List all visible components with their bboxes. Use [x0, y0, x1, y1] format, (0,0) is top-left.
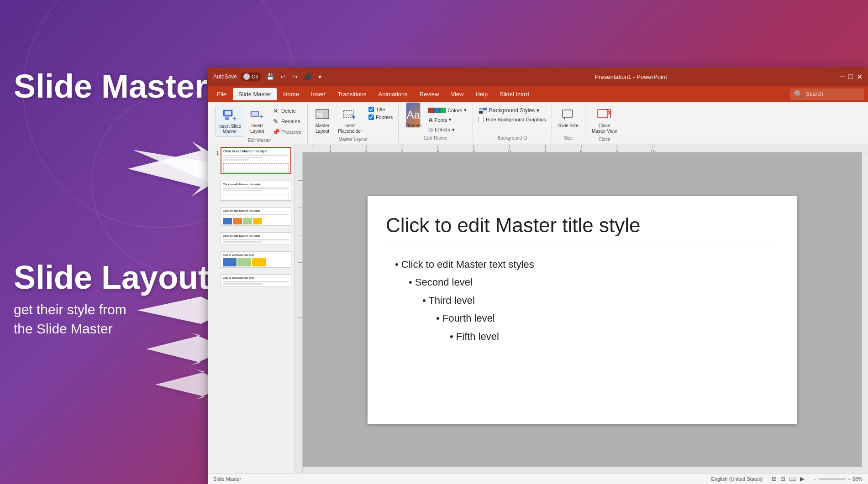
slide-title-area[interactable]: Click to edit Master title style — [386, 214, 779, 246]
thumb-box-5b — [237, 258, 251, 266]
svg-rect-6 — [252, 112, 258, 116]
background-expand-icon[interactable]: ⊡ — [523, 135, 527, 141]
slide-thumbnail-2[interactable]: Click to edit Master title style — [221, 181, 291, 201]
close-button[interactable]: ✕ — [857, 73, 863, 81]
edit-master-small-col: ✕ Delete ✎ Rename 📌 Preserve — [270, 106, 304, 137]
slide-size-label: Slide Size — [558, 123, 579, 129]
title-checkbox[interactable]: Title — [367, 106, 395, 113]
body-level-5: • Fifth level — [450, 328, 779, 346]
redo-button[interactable]: ↪ — [291, 72, 299, 81]
slide-thumbnail-4[interactable]: Click to edit Master title style — [221, 232, 291, 245]
zoom-level: 68% — [852, 476, 863, 482]
background-label: Background ⊡ — [498, 135, 527, 141]
thumb-line-6b — [223, 283, 263, 285]
scrollbar-horizontal[interactable] — [303, 467, 862, 473]
master-layout-label-bottom: Master Layout — [338, 136, 367, 142]
thumb-line-4a — [223, 239, 289, 240]
background-styles-button[interactable]: Background Styles ▾ — [477, 106, 547, 115]
slide-body[interactable]: • Click to edit Master text styles • Sec… — [386, 255, 779, 346]
menu-animations[interactable]: Animations — [373, 88, 413, 100]
slide-canvas-inner: Click to edit Master title style • Click… — [368, 196, 797, 424]
menu-slidelizard[interactable]: SlideLizard — [494, 88, 534, 100]
edit-theme-content: Aa Themes Colors ▾ — [402, 106, 469, 135]
reading-view-icon[interactable]: 📖 — [789, 475, 796, 482]
menu-view[interactable]: View — [445, 88, 469, 100]
search-input[interactable] — [806, 91, 861, 97]
master-layout-button[interactable]: MasterLayout — [311, 106, 333, 136]
delete-label: Delete — [281, 108, 296, 114]
effects-button[interactable]: ◎ Effects ▾ — [426, 125, 469, 134]
menu-insert[interactable]: Insert — [305, 88, 331, 100]
undo-button[interactable]: ↩ — [279, 72, 287, 81]
fonts-button[interactable]: A Fonts ▾ — [426, 115, 469, 125]
hide-bg-graphics-label: Hide Background Graphics — [486, 117, 546, 122]
preserve-icon: 📌 — [272, 128, 279, 135]
menu-home[interactable]: Home — [278, 88, 305, 100]
svg-rect-2 — [225, 111, 231, 115]
svg-rect-11 — [317, 114, 321, 118]
themes-button[interactable]: Aa Themes — [402, 106, 424, 130]
minimize-button[interactable]: ─ — [840, 73, 845, 81]
svg-text:5: 5 — [295, 291, 295, 293]
zoom-in-button[interactable]: + — [848, 476, 851, 482]
preserve-label: Preserve — [281, 129, 301, 135]
insert-slide-master-button[interactable]: + Insert SlideMaster — [215, 106, 244, 137]
slide-item-row-2: Click to edit Master title style — [210, 180, 292, 204]
svg-text:9: 9 — [616, 149, 619, 152]
thumb-box-3d — [253, 218, 262, 224]
slide-area: 1 Click to edit Master title style ─────… — [208, 144, 868, 473]
footers-checkbox[interactable]: Footers — [367, 114, 395, 121]
slide-panel[interactable]: 1 Click to edit Master title style ─────… — [208, 144, 295, 473]
slide-show-icon[interactable]: ▶ — [800, 475, 805, 482]
svg-rect-15 — [479, 108, 483, 110]
hide-bg-graphics-checkbox[interactable]: Hide Background Graphics — [477, 116, 547, 123]
close-group: ✕ CloseMaster View Close — [585, 104, 623, 143]
thumb-colored-3 — [221, 217, 291, 225]
themes-label: Themes — [405, 123, 421, 129]
present-button[interactable]: ⬛ — [303, 72, 313, 81]
rename-button[interactable]: ✎ Rename — [270, 116, 304, 126]
slide-thumbnail-5[interactable]: Click to edit Master title style — [221, 251, 291, 268]
svg-text:+: + — [259, 113, 263, 120]
menu-help[interactable]: Help — [470, 88, 493, 100]
color-swatch-red — [428, 108, 434, 113]
autosave-toggle[interactable]: Off — [241, 73, 261, 81]
zoom-bar — [819, 478, 846, 480]
menu-slide-master[interactable]: Slide Master — [233, 88, 277, 100]
title-bar-left: AutoSave Off 💾 ↩ ↪ ⬛ ▾ — [213, 72, 422, 81]
slide-item-row-5: Click to edit Master title style — [210, 250, 292, 271]
scrollbar-vertical[interactable] — [862, 152, 868, 473]
slide-thumbnail-3[interactable]: Click to edit Master title style — [221, 207, 291, 226]
delete-button[interactable]: ✕ Delete — [270, 106, 304, 116]
menu-file[interactable]: File — [211, 88, 232, 100]
maximize-button[interactable]: □ — [848, 73, 853, 81]
zoom-out-button[interactable]: − — [814, 476, 816, 482]
qat-dropdown[interactable]: ▾ — [317, 72, 323, 81]
insert-layout-button[interactable]: + InsertLayout — [246, 106, 268, 136]
normal-view-icon[interactable]: ⊞ — [772, 475, 777, 482]
svg-rect-17 — [479, 111, 483, 114]
colors-button[interactable]: Colors ▾ — [426, 106, 469, 114]
title-checkbox-label: Title — [376, 107, 385, 112]
thumb-line-1b — [223, 157, 263, 158]
close-master-view-button[interactable]: ✕ CloseMaster View — [589, 106, 620, 136]
status-slide-info: Slide Master — [213, 476, 241, 482]
insert-placeholder-button[interactable]: Click ▾ InsertPlaceholder — [335, 106, 365, 136]
slide-sorter-icon[interactable]: ⊟ — [780, 475, 785, 482]
background-styles-label: Background Styles — [489, 107, 535, 114]
slide-thumbnail-6[interactable]: Click to edit Master title style — [221, 274, 291, 287]
svg-text:8: 8 — [580, 149, 583, 152]
slide-size-button[interactable]: ▾ Slide Size — [556, 106, 581, 130]
background-group: Background Styles ▾ Hide Background Grap… — [473, 104, 552, 141]
save-button[interactable]: 💾 — [265, 72, 275, 81]
thumb-title-2: Click to edit Master title style — [221, 181, 291, 187]
menu-review[interactable]: Review — [414, 88, 445, 100]
slide-thumbnail-1[interactable]: Click to edit Master title style ───────… — [221, 147, 291, 174]
menu-transitions[interactable]: Transitions — [332, 88, 372, 100]
colors-icon — [428, 108, 446, 113]
menu-bar: File Slide Master Home Insert Transition… — [208, 86, 868, 102]
window-title: Presentation1 - PowerPoint — [422, 73, 840, 80]
preserve-button[interactable]: 📌 Preserve — [270, 127, 304, 137]
theme-options-col: Colors ▾ A Fonts ▾ ◎ Effects ▾ — [426, 106, 469, 134]
slide-canvas[interactable]: Click to edit Master title style • Click… — [303, 152, 862, 467]
